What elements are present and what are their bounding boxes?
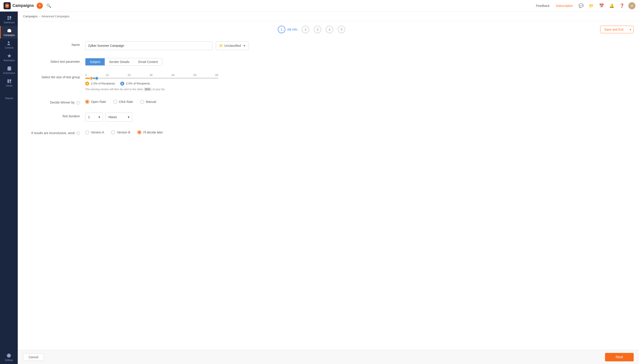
breadcrumb-current: Advanced Campaigns [41, 15, 70, 18]
top-navigation: Campaigns + 🔍 Feedback Subscription 💬 📁 … [0, 0, 639, 12]
duration-row: 1 ▾ Hours ▾ [85, 112, 248, 122]
inconclusive-info-icon[interactable]: i [76, 132, 80, 135]
name-row: Name 📁 Unclassified ▾ [31, 41, 248, 50]
sidebar: Dashboard Campaigns Contacts Automation … [0, 12, 18, 364]
winner-info-icon[interactable]: i [76, 101, 80, 105]
breadcrumb-separator: › [39, 15, 40, 18]
test-group-row: Select the size of test group 0 10 20 30… [31, 74, 248, 91]
sidebar-label-settings: Settings [5, 359, 13, 361]
test-param-row: Select test parameter Subject Sender Det… [31, 58, 248, 66]
duration-unit-select[interactable]: Hours ▾ [106, 112, 132, 122]
svg-point-6 [8, 42, 9, 43]
param-tab-email-content[interactable]: Email Content [134, 58, 162, 66]
duration-number-chevron: ▾ [99, 115, 100, 119]
step-3[interactable]: 3 [314, 26, 321, 33]
recipient-a-info: A 2.5% of Recipients [85, 82, 115, 86]
breadcrumb: Campaigns › Advanced Campaigns [18, 12, 639, 21]
folder-label: Unclassified [224, 44, 241, 48]
decide-later-label: I'll decide later [143, 130, 163, 134]
decide-winner-control: Open Rate Click Rate Manual [85, 99, 248, 104]
sidebar-item-automation[interactable]: Automation [0, 51, 18, 64]
sidebar-item-dashboard[interactable]: Dashboard [0, 13, 18, 26]
slider-thumb-b[interactable] [95, 76, 99, 80]
winner-option-manual[interactable]: Manual [140, 100, 156, 104]
sidebar-label-ecommerce: Ecommerce [3, 72, 15, 74]
duration-unit-chevron: ▾ [128, 115, 129, 119]
campaign-name-input[interactable] [85, 41, 212, 50]
test-group-label: Select the size of test group [31, 74, 80, 79]
svg-rect-2 [7, 18, 9, 20]
save-exit-main-button[interactable]: Save and Exit [600, 26, 627, 33]
version-b-label: Version B [117, 130, 130, 134]
svg-rect-3 [9, 16, 11, 18]
duration-number-select[interactable]: 1 ▾ [85, 112, 103, 122]
param-tab-subject[interactable]: Subject [85, 58, 105, 66]
feedback-link[interactable]: Feedback [534, 3, 551, 8]
sidebar-label-automation: Automation [4, 59, 15, 62]
test-parameter-tabs: Subject Sender Details Email Content [85, 58, 162, 66]
click-rate-label: Click Rate [119, 100, 133, 104]
cancel-button[interactable]: Cancel [23, 353, 44, 361]
inconclusive-option-version-b[interactable]: Version B [111, 130, 130, 134]
app-logo[interactable]: Campaigns [4, 2, 34, 9]
step-1[interactable]: 1 AB Info [278, 26, 297, 33]
step-5-circle: 5 [338, 26, 345, 33]
winning-percentage: 95% [144, 88, 152, 91]
sidebar-item-reports[interactable]: Reports [0, 89, 18, 102]
winner-option-click-rate[interactable]: Click Rate [113, 100, 133, 104]
messages-icon[interactable]: 💬 [577, 2, 585, 10]
slider-track[interactable] [85, 78, 218, 79]
calendar-icon[interactable]: 📅 [598, 2, 605, 10]
decide-later-radio-inner [138, 131, 140, 134]
sidebar-item-library[interactable]: Library [0, 76, 18, 89]
badge-a: A [85, 82, 89, 86]
help-icon[interactable]: ❓ [618, 2, 626, 10]
save-exit-dropdown-button[interactable]: ▾ [627, 26, 633, 33]
svg-rect-4 [9, 19, 11, 20]
step-4[interactable]: 4 [326, 26, 333, 33]
sidebar-item-ecommerce[interactable]: Ecommerce [0, 64, 18, 76]
sidebar-item-settings[interactable]: Settings [0, 350, 18, 364]
step-2[interactable]: 2 [302, 26, 309, 33]
steps-container: 1 AB Info 2 3 4 [23, 26, 600, 33]
open-rate-radio-inner [86, 101, 88, 103]
test-param-control: Subject Sender Details Email Content [85, 58, 248, 66]
steps-bar: 1 AB Info 2 3 4 [18, 21, 639, 37]
step-1-circle: 1 [278, 26, 285, 33]
create-new-button[interactable]: + [37, 3, 43, 9]
param-tab-sender-details[interactable]: Sender Details [105, 58, 134, 66]
svg-rect-8 [7, 79, 9, 83]
sidebar-label-campaigns: Campaigns [4, 34, 15, 36]
step-5[interactable]: 5 [338, 26, 345, 33]
recipients-info: A 2.5% of Recipients B 2.5% of Recipient… [85, 82, 248, 86]
subscription-link[interactable]: Subscription [554, 3, 575, 8]
duration-unit-value: Hours [109, 115, 117, 119]
folder-icon[interactable]: 📁 [587, 2, 595, 10]
slider-thumb-a[interactable] [90, 76, 93, 80]
user-avatar[interactable]: U [628, 2, 635, 9]
decide-later-radio-outer [137, 130, 141, 134]
name-control: 📁 Unclassified ▾ [85, 41, 248, 50]
test-duration-label: Test duration [31, 112, 80, 118]
sidebar-item-contacts[interactable]: Contacts [0, 38, 18, 51]
test-param-label: Select test parameter [31, 58, 80, 64]
decide-winner-label: Decide Winner by i [31, 99, 80, 105]
sidebar-item-campaigns[interactable]: Campaigns [0, 26, 18, 38]
app-title: Campaigns [13, 3, 34, 8]
winner-radio-group: Open Rate Click Rate Manual [85, 99, 248, 104]
next-button[interactable]: Next [605, 353, 634, 361]
search-icon[interactable]: 🔍 [46, 2, 52, 9]
manual-radio-outer [140, 100, 144, 104]
breadcrumb-root[interactable]: Campaigns [23, 15, 38, 18]
inconclusive-option-decide-later[interactable]: I'll decide later [137, 130, 163, 134]
notifications-icon[interactable]: 🔔 [608, 2, 615, 10]
svg-rect-1 [7, 16, 9, 18]
winner-option-open-rate[interactable]: Open Rate [85, 100, 106, 104]
manual-label: Manual [146, 100, 156, 104]
bottom-bar: Cancel Next [18, 350, 639, 364]
version-a-radio-outer [85, 130, 89, 134]
save-exit-button[interactable]: Save and Exit ▾ [600, 26, 634, 33]
inconclusive-option-version-a[interactable]: Version A [85, 130, 104, 134]
folder-dropdown[interactable]: 📁 Unclassified ▾ [216, 41, 248, 50]
test-duration-control: 1 ▾ Hours ▾ [85, 112, 248, 122]
